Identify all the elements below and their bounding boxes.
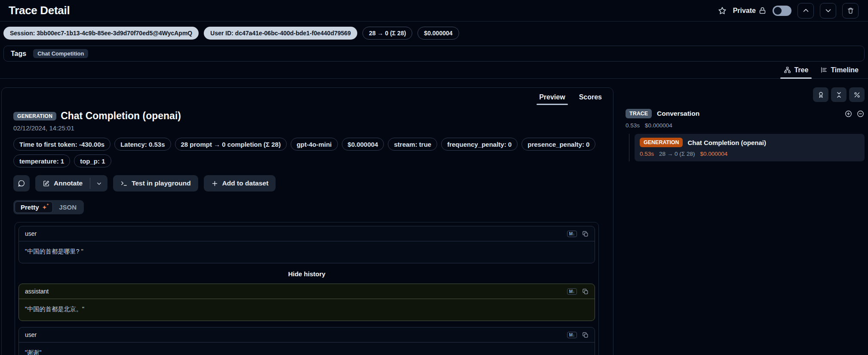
- observation-timestamp: 02/12/2024, 14:25:01: [13, 124, 600, 132]
- collapse-all-button[interactable]: [831, 87, 847, 102]
- message-content: "谢谢": [19, 343, 595, 355]
- user-id-badge[interactable]: User ID: dc47a41e-06bc-400d-bde1-f0e440d…: [204, 27, 357, 40]
- session-badge[interactable]: Session: 3bb00ec7-1b13-4c9b-85ee-3d9d70f…: [3, 27, 199, 40]
- tab-tree-label: Tree: [794, 66, 808, 74]
- copy-icon[interactable]: [582, 288, 589, 295]
- annotate-dropdown-button[interactable]: [90, 175, 107, 191]
- view-tabs: Tree Timeline: [0, 62, 868, 79]
- delete-trace-button[interactable]: [842, 3, 859, 19]
- add-to-dataset-button[interactable]: Add to dataset: [204, 175, 276, 191]
- expand-all-icon[interactable]: [844, 110, 853, 118]
- message-content: "中国的首都是北京。": [19, 299, 595, 321]
- tab-timeline-label: Timeline: [831, 66, 859, 74]
- pretty-label: Pretty: [21, 204, 39, 211]
- test-in-playground-button[interactable]: Test in playground: [113, 175, 198, 191]
- annotate-label: Annotate: [54, 179, 83, 187]
- public-toggle[interactable]: [773, 6, 791, 16]
- annotate-split-button: Annotate: [35, 175, 107, 191]
- chip-frequency-penalty: frequency_penalty: 0: [441, 138, 518, 151]
- plus-icon: [211, 180, 218, 187]
- terminal-icon: [120, 180, 128, 187]
- chip-cost: $0.000004: [342, 138, 384, 151]
- award-icon: [817, 91, 825, 99]
- bookmark-star-icon[interactable]: [718, 6, 727, 15]
- generation-badge: GENERATION: [640, 138, 683, 147]
- generation-type-badge: GENERATION: [13, 112, 56, 120]
- page-title: Trace Detail: [9, 4, 70, 17]
- annotate-button[interactable]: Annotate: [35, 175, 90, 191]
- message-role: user: [25, 331, 37, 338]
- message-user-1: user M↓ "中国的首都是哪里? ": [18, 226, 595, 263]
- privacy-control: Private: [733, 6, 767, 15]
- markdown-toggle-icon[interactable]: M↓: [567, 231, 577, 237]
- chip-latency: Latency: 0.53s: [114, 138, 171, 151]
- messages-container: user M↓ "中国的首都是哪里? " Hide history assist…: [15, 222, 599, 355]
- tree-icon: [784, 66, 791, 74]
- lock-icon: [758, 6, 767, 15]
- toggle-metrics-button[interactable]: [849, 87, 865, 102]
- node-latency: 0.53s: [640, 151, 654, 157]
- tab-timeline[interactable]: Timeline: [815, 62, 864, 78]
- hide-history-button[interactable]: Hide history: [18, 265, 595, 284]
- markdown-toggle-icon[interactable]: M↓: [567, 288, 577, 295]
- chevron-up-icon: [802, 7, 810, 14]
- chip-presence-penalty: presence_penalty: 0: [521, 138, 595, 151]
- tag-chat-competition[interactable]: Chat Competition: [33, 49, 88, 58]
- chat-bubble-icon: [18, 179, 25, 187]
- observation-metrics: Time to first token: -430.00s Latency: 0…: [13, 138, 600, 167]
- message-tools: M↓: [567, 288, 589, 295]
- format-toggle: Pretty ✦✦ JSON: [13, 200, 84, 214]
- tree-toolbar: [626, 87, 865, 102]
- copy-icon[interactable]: [582, 332, 589, 338]
- top-bar: Trace Detail Private: [0, 0, 868, 22]
- chip-top-p: top_p: 1: [74, 154, 111, 167]
- dataset-label: Add to dataset: [222, 179, 269, 187]
- message-header: assistant M↓: [19, 284, 595, 299]
- toggle-knob: [774, 7, 782, 15]
- tree-node-generation[interactable]: GENERATION Chat Completion (openai) 0.53…: [635, 134, 865, 161]
- tab-scores[interactable]: Scores: [574, 88, 607, 107]
- node-tokens: 28 → 0 (Σ 28): [659, 151, 695, 157]
- format-pretty-button[interactable]: Pretty ✦✦: [15, 201, 53, 213]
- toggle-scores-button[interactable]: [813, 87, 828, 102]
- chip-token-usage: 28 prompt → 0 completion (Σ 28): [175, 138, 287, 151]
- copy-icon[interactable]: [582, 231, 589, 237]
- trace-expand-controls: [844, 110, 865, 118]
- chip-time-to-first-token: Time to first token: -430.00s: [13, 138, 110, 151]
- trace-root-row[interactable]: TRACE Conversation: [626, 109, 865, 118]
- chip-model: gpt-4o-mini: [291, 138, 338, 151]
- node-header: GENERATION Chat Completion (openai): [640, 138, 859, 147]
- previous-trace-button[interactable]: [797, 3, 814, 19]
- message-tools: M↓: [567, 332, 589, 338]
- percent-icon: [853, 91, 861, 99]
- json-label: JSON: [59, 204, 77, 211]
- markdown-toggle-icon[interactable]: M↓: [567, 332, 577, 338]
- tree-children: GENERATION Chat Completion (openai) 0.53…: [629, 134, 865, 161]
- observation-card: Preview Scores GENERATION Chat Completio…: [1, 87, 613, 355]
- message-assistant-1: assistant M↓ "中国的首都是北京。": [18, 284, 595, 321]
- message-role: assistant: [25, 288, 49, 295]
- fold-vertical-icon: [835, 91, 843, 99]
- comment-button[interactable]: [13, 175, 30, 191]
- node-cost: $0.000004: [700, 151, 727, 157]
- trace-cost: $0.000004: [645, 122, 672, 129]
- tab-preview[interactable]: Preview: [534, 88, 570, 107]
- observation-title: Chat Completion (openai): [61, 110, 181, 122]
- message-tools: M↓: [567, 231, 589, 237]
- message-user-2: user M↓ "谢谢": [18, 327, 595, 355]
- chip-temperature: temperature: 1: [13, 154, 70, 167]
- collapse-all-icon[interactable]: [856, 110, 865, 118]
- message-content: "中国的首都是哪里? ": [19, 241, 595, 263]
- observation-body: GENERATION Chat Completion (openai) 02/1…: [2, 107, 613, 355]
- message-header: user M↓: [19, 226, 595, 241]
- format-json-button[interactable]: JSON: [53, 201, 83, 213]
- chip-stream: stream: true: [388, 138, 437, 151]
- trace-latency: 0.53s: [626, 122, 640, 129]
- node-stats: 0.53s 28 → 0 (Σ 28) $0.000004: [640, 151, 859, 157]
- trace-stats: 0.53s $0.000004: [626, 122, 865, 129]
- message-role: user: [25, 230, 37, 237]
- next-trace-button[interactable]: [820, 3, 836, 19]
- observation-actions: Annotate Test in playground Add to datas…: [13, 175, 600, 191]
- node-title: Chat Completion (openai): [687, 139, 766, 146]
- tab-tree[interactable]: Tree: [779, 62, 813, 78]
